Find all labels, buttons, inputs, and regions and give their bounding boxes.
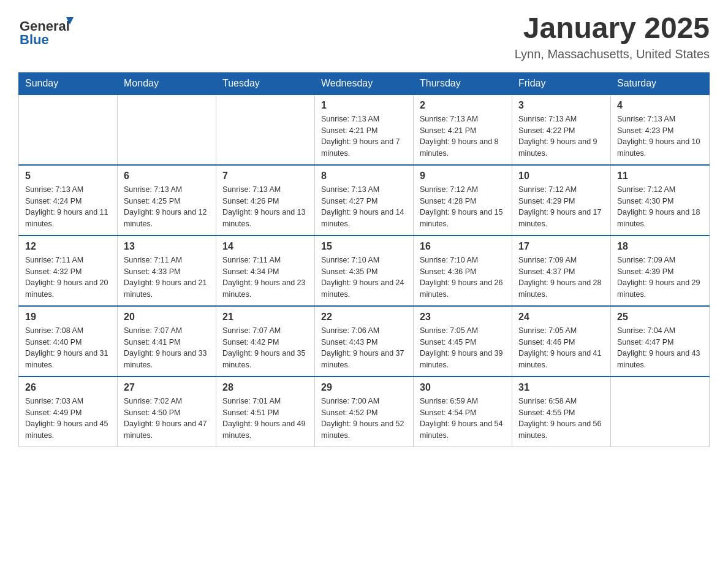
- day-info: Sunrise: 7:11 AM Sunset: 4:33 PM Dayligh…: [124, 255, 210, 301]
- day-number: 28: [222, 382, 308, 393]
- day-number: 15: [321, 241, 407, 252]
- day-number: 16: [420, 241, 506, 252]
- calendar-cell: [118, 94, 216, 165]
- calendar-body: 1Sunrise: 7:13 AM Sunset: 4:21 PM Daylig…: [19, 94, 710, 447]
- calendar-cell: 14Sunrise: 7:11 AM Sunset: 4:34 PM Dayli…: [216, 236, 315, 306]
- calendar-cell: 27Sunrise: 7:02 AM Sunset: 4:50 PM Dayli…: [118, 377, 216, 447]
- calendar-cell: 19Sunrise: 7:08 AM Sunset: 4:40 PM Dayli…: [19, 306, 118, 377]
- weekday-header-monday: Monday: [118, 72, 216, 94]
- calendar-cell: 30Sunrise: 6:59 AM Sunset: 4:54 PM Dayli…: [414, 377, 512, 447]
- day-info: Sunrise: 7:09 AM Sunset: 4:37 PM Dayligh…: [518, 255, 604, 301]
- calendar-table: SundayMondayTuesdayWednesdayThursdayFrid…: [18, 72, 710, 447]
- day-number: 1: [321, 100, 407, 111]
- weekday-header-wednesday: Wednesday: [315, 72, 414, 94]
- day-info: Sunrise: 7:00 AM Sunset: 4:52 PM Dayligh…: [321, 396, 407, 442]
- day-info: Sunrise: 7:06 AM Sunset: 4:43 PM Dayligh…: [321, 325, 407, 371]
- day-number: 27: [124, 382, 210, 393]
- day-info: Sunrise: 6:58 AM Sunset: 4:55 PM Dayligh…: [518, 396, 604, 442]
- day-info: Sunrise: 7:07 AM Sunset: 4:41 PM Dayligh…: [124, 325, 210, 371]
- logo: General Blue: [18, 12, 86, 48]
- calendar-cell: 29Sunrise: 7:00 AM Sunset: 4:52 PM Dayli…: [315, 377, 414, 447]
- calendar-cell: 28Sunrise: 7:01 AM Sunset: 4:51 PM Dayli…: [216, 377, 315, 447]
- day-number: 3: [518, 100, 604, 111]
- day-info: Sunrise: 6:59 AM Sunset: 4:54 PM Dayligh…: [420, 396, 506, 442]
- day-info: Sunrise: 7:12 AM Sunset: 4:30 PM Dayligh…: [617, 184, 703, 230]
- day-info: Sunrise: 7:08 AM Sunset: 4:40 PM Dayligh…: [25, 325, 111, 371]
- day-number: 9: [420, 170, 506, 182]
- weekday-header-tuesday: Tuesday: [216, 72, 315, 94]
- day-number: 21: [222, 312, 308, 323]
- day-info: Sunrise: 7:13 AM Sunset: 4:24 PM Dayligh…: [25, 184, 111, 230]
- day-number: 26: [25, 382, 111, 393]
- calendar-cell: 12Sunrise: 7:11 AM Sunset: 4:32 PM Dayli…: [19, 236, 118, 306]
- day-info: Sunrise: 7:04 AM Sunset: 4:47 PM Dayligh…: [617, 325, 703, 371]
- calendar-cell: 21Sunrise: 7:07 AM Sunset: 4:42 PM Dayli…: [216, 306, 315, 377]
- calendar-cell: 17Sunrise: 7:09 AM Sunset: 4:37 PM Dayli…: [512, 236, 611, 306]
- calendar-week-row: 19Sunrise: 7:08 AM Sunset: 4:40 PM Dayli…: [19, 306, 710, 377]
- day-info: Sunrise: 7:05 AM Sunset: 4:45 PM Dayligh…: [420, 325, 506, 371]
- calendar-cell: [611, 377, 710, 447]
- day-number: 7: [222, 170, 308, 182]
- day-info: Sunrise: 7:05 AM Sunset: 4:46 PM Dayligh…: [518, 325, 604, 371]
- calendar-cell: 31Sunrise: 6:58 AM Sunset: 4:55 PM Dayli…: [512, 377, 611, 447]
- day-info: Sunrise: 7:10 AM Sunset: 4:36 PM Dayligh…: [420, 255, 506, 301]
- day-number: 23: [420, 312, 506, 323]
- day-number: 13: [124, 241, 210, 252]
- calendar-cell: 26Sunrise: 7:03 AM Sunset: 4:49 PM Dayli…: [19, 377, 118, 447]
- weekday-header-thursday: Thursday: [414, 72, 512, 94]
- location: Lynn, Massachusetts, United States: [515, 47, 710, 61]
- day-info: Sunrise: 7:13 AM Sunset: 4:21 PM Dayligh…: [420, 113, 506, 159]
- calendar-cell: 7Sunrise: 7:13 AM Sunset: 4:26 PM Daylig…: [216, 165, 315, 236]
- calendar-week-row: 26Sunrise: 7:03 AM Sunset: 4:49 PM Dayli…: [19, 377, 710, 447]
- day-info: Sunrise: 7:01 AM Sunset: 4:51 PM Dayligh…: [222, 396, 308, 442]
- calendar-cell: 2Sunrise: 7:13 AM Sunset: 4:21 PM Daylig…: [414, 94, 512, 165]
- day-info: Sunrise: 7:13 AM Sunset: 4:21 PM Dayligh…: [321, 113, 407, 159]
- calendar-cell: 18Sunrise: 7:09 AM Sunset: 4:39 PM Dayli…: [611, 236, 710, 306]
- day-number: 24: [518, 312, 604, 323]
- day-number: 31: [518, 382, 604, 393]
- day-number: 25: [617, 312, 703, 323]
- month-title: January 2025: [515, 12, 710, 45]
- calendar-cell: 5Sunrise: 7:13 AM Sunset: 4:24 PM Daylig…: [19, 165, 118, 236]
- day-info: Sunrise: 7:13 AM Sunset: 4:23 PM Dayligh…: [617, 113, 703, 159]
- day-number: 29: [321, 382, 407, 393]
- day-number: 30: [420, 382, 506, 393]
- day-info: Sunrise: 7:12 AM Sunset: 4:29 PM Dayligh…: [518, 184, 604, 230]
- day-info: Sunrise: 7:09 AM Sunset: 4:39 PM Dayligh…: [617, 255, 703, 301]
- calendar-cell: 8Sunrise: 7:13 AM Sunset: 4:27 PM Daylig…: [315, 165, 414, 236]
- weekday-header-row: SundayMondayTuesdayWednesdayThursdayFrid…: [19, 72, 710, 94]
- day-info: Sunrise: 7:13 AM Sunset: 4:26 PM Dayligh…: [222, 184, 308, 230]
- day-number: 5: [25, 170, 111, 182]
- day-info: Sunrise: 7:07 AM Sunset: 4:42 PM Dayligh…: [222, 325, 308, 371]
- calendar-week-row: 12Sunrise: 7:11 AM Sunset: 4:32 PM Dayli…: [19, 236, 710, 306]
- svg-text:Blue: Blue: [20, 32, 49, 46]
- day-number: 2: [420, 100, 506, 111]
- calendar-week-row: 1Sunrise: 7:13 AM Sunset: 4:21 PM Daylig…: [19, 94, 710, 165]
- day-info: Sunrise: 7:12 AM Sunset: 4:28 PM Dayligh…: [420, 184, 506, 230]
- day-info: Sunrise: 7:13 AM Sunset: 4:25 PM Dayligh…: [124, 184, 210, 230]
- calendar-week-row: 5Sunrise: 7:13 AM Sunset: 4:24 PM Daylig…: [19, 165, 710, 236]
- calendar-cell: 10Sunrise: 7:12 AM Sunset: 4:29 PM Dayli…: [512, 165, 611, 236]
- day-number: 22: [321, 312, 407, 323]
- day-number: 18: [617, 241, 703, 252]
- calendar-header: SundayMondayTuesdayWednesdayThursdayFrid…: [19, 72, 710, 94]
- day-info: Sunrise: 7:02 AM Sunset: 4:50 PM Dayligh…: [124, 396, 210, 442]
- day-info: Sunrise: 7:03 AM Sunset: 4:49 PM Dayligh…: [25, 396, 111, 442]
- calendar-cell: [216, 94, 315, 165]
- calendar-cell: 4Sunrise: 7:13 AM Sunset: 4:23 PM Daylig…: [611, 94, 710, 165]
- calendar-cell: 1Sunrise: 7:13 AM Sunset: 4:21 PM Daylig…: [315, 94, 414, 165]
- calendar-cell: 25Sunrise: 7:04 AM Sunset: 4:47 PM Dayli…: [611, 306, 710, 377]
- calendar-cell: 23Sunrise: 7:05 AM Sunset: 4:45 PM Dayli…: [414, 306, 512, 377]
- logo-text: General Blue: [18, 12, 86, 48]
- day-info: Sunrise: 7:13 AM Sunset: 4:22 PM Dayligh…: [518, 113, 604, 159]
- day-number: 11: [617, 170, 703, 182]
- day-info: Sunrise: 7:11 AM Sunset: 4:32 PM Dayligh…: [25, 255, 111, 301]
- calendar-cell: 6Sunrise: 7:13 AM Sunset: 4:25 PM Daylig…: [118, 165, 216, 236]
- calendar-cell: 24Sunrise: 7:05 AM Sunset: 4:46 PM Dayli…: [512, 306, 611, 377]
- title-section: January 2025 Lynn, Massachusetts, United…: [515, 12, 710, 61]
- page-header: General Blue January 2025 Lynn, Massachu…: [18, 12, 710, 61]
- calendar-cell: 3Sunrise: 7:13 AM Sunset: 4:22 PM Daylig…: [512, 94, 611, 165]
- weekday-header-sunday: Sunday: [19, 72, 118, 94]
- day-info: Sunrise: 7:10 AM Sunset: 4:35 PM Dayligh…: [321, 255, 407, 301]
- day-number: 4: [617, 100, 703, 111]
